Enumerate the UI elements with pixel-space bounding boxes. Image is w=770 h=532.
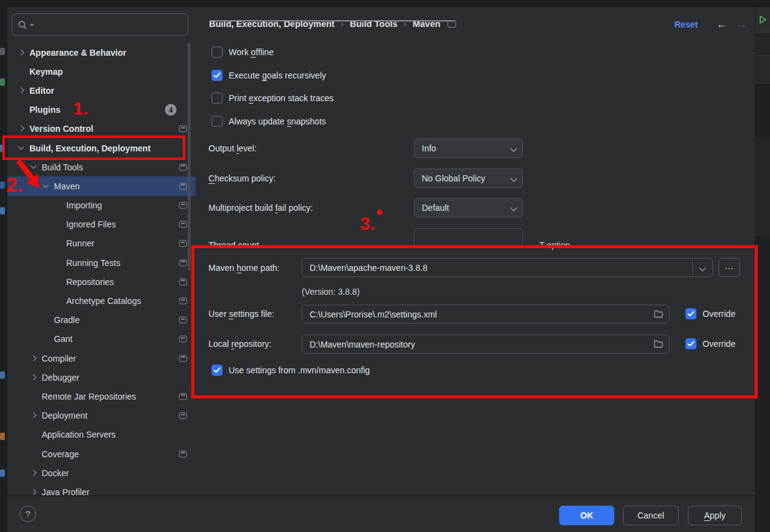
option-checkbox[interactable] [212, 93, 223, 104]
chevron-icon[interactable] [15, 104, 28, 116]
option-checkbox-row[interactable]: Always update snapshots [212, 113, 326, 129]
option-checkbox[interactable] [212, 70, 223, 81]
maven-config-checkbox-row[interactable]: Use settings from .mvn/maven.config [212, 362, 370, 378]
clipped-icon [0, 469, 5, 477]
policy-select[interactable]: Default [414, 198, 523, 218]
user-settings-override[interactable]: Override [685, 308, 736, 319]
search-input[interactable] [36, 20, 183, 30]
sidebar-item[interactable]: Gradle [7, 311, 196, 330]
help-button[interactable]: ? [20, 506, 36, 522]
override-checkbox[interactable] [685, 308, 696, 319]
sidebar-item[interactable]: Java Profiler [7, 482, 196, 495]
apply-button[interactable]: Apply [688, 506, 742, 525]
sidebar-item[interactable]: Coverage [7, 444, 196, 463]
sidebar-scrollbar[interactable] [188, 43, 191, 271]
chevron-icon[interactable] [40, 333, 52, 345]
option-checkbox-row[interactable]: Execute goals recursively [212, 67, 326, 83]
chevron-icon[interactable] [40, 180, 52, 192]
sidebar-item[interactable]: Build, Execution, Deployment [7, 139, 196, 158]
thread-count-input[interactable] [414, 228, 523, 248]
option-checkbox-label: Print exception stack traces [229, 93, 334, 103]
sidebar-item[interactable]: Plugins 4 [7, 101, 196, 120]
maven-home-combobox[interactable]: D:\Maven\apache-maven-3.8.8 [302, 258, 713, 277]
cancel-button[interactable]: Cancel [623, 506, 679, 525]
sidebar-item[interactable]: Editor [7, 81, 196, 100]
sidebar-item[interactable]: Archetype Catalogs [7, 291, 196, 310]
settings-search-box[interactable] [12, 13, 188, 36]
policy-select[interactable]: Info [414, 139, 523, 158]
sidebar-item-label: Gradle [54, 315, 80, 325]
option-checkbox[interactable] [212, 47, 223, 58]
maven-config-checkbox[interactable] [212, 365, 223, 376]
sidebar-item[interactable]: Repositories [7, 272, 196, 291]
chevron-icon[interactable] [28, 448, 40, 460]
policy-select[interactable]: No Global Policy [414, 169, 523, 188]
folder-icon[interactable] [654, 340, 663, 348]
chevron-icon[interactable] [28, 409, 40, 422]
option-checkbox-row[interactable]: Work offline [212, 44, 273, 60]
chevron-icon[interactable] [28, 371, 40, 384]
chevron-icon[interactable] [15, 66, 28, 78]
chevron-down-icon [510, 175, 517, 181]
inplace-settings-icon [179, 393, 187, 400]
ok-button[interactable]: OK [559, 506, 614, 525]
inplace-settings-icon [179, 221, 187, 228]
override-checkbox[interactable] [685, 338, 696, 349]
option-checkbox-row[interactable]: Print exception stack traces [212, 90, 334, 106]
sidebar-item[interactable]: Keymap [7, 62, 196, 81]
sidebar-item[interactable]: Build Tools [7, 158, 196, 177]
chevron-icon[interactable] [52, 295, 64, 307]
sidebar-item-label: Version Control [29, 124, 93, 134]
chevron-icon[interactable] [28, 352, 40, 365]
chevron-icon[interactable] [15, 142, 28, 154]
sidebar-item[interactable]: Docker [7, 463, 196, 482]
sidebar-item[interactable]: Compiler [7, 349, 196, 368]
breadcrumb: Build, Execution, Deployment › Build Too… [209, 19, 456, 29]
checkmark-icon [687, 311, 695, 317]
sidebar-item[interactable]: Ignored Files [7, 215, 196, 234]
local-repository-value[interactable]: D:\Maven\maven-repository [302, 340, 422, 349]
chevron-icon[interactable] [28, 428, 40, 441]
user-settings-value[interactable]: C:\Users\Prorise\.m2\settings.xml [302, 310, 444, 319]
chevron-icon[interactable] [52, 218, 64, 230]
sidebar-item[interactable]: Maven [7, 177, 196, 196]
forward-arrow-icon[interactable]: → [736, 18, 747, 31]
chevron-icon[interactable] [28, 486, 40, 495]
chevron-icon[interactable] [15, 123, 28, 135]
browse-maven-home-button[interactable]: ... [719, 258, 740, 277]
chevron-icon[interactable] [15, 47, 28, 59]
chevron-icon[interactable] [52, 276, 64, 288]
local-repository-override[interactable]: Override [685, 338, 736, 349]
search-options-chevron-icon[interactable] [29, 23, 34, 28]
local-repository-field[interactable]: D:\Maven\maven-repository [302, 335, 669, 354]
override-label: Override [703, 309, 736, 319]
chevron-icon[interactable] [15, 85, 28, 97]
maven-version-note: (Version: 3.8.8) [302, 287, 360, 297]
chevron-icon[interactable] [40, 314, 52, 326]
sidebar-item[interactable]: Runner [7, 234, 196, 253]
chevron-down-icon[interactable] [693, 259, 712, 276]
sidebar-item[interactable]: Remote Jar Repositories [7, 387, 196, 406]
chevron-icon[interactable] [28, 467, 40, 479]
run-icon[interactable] [758, 15, 768, 25]
option-checkbox[interactable] [212, 116, 223, 127]
sidebar-item[interactable]: Deployment [7, 406, 196, 425]
folder-icon[interactable] [654, 310, 663, 318]
sidebar-item[interactable]: Version Control [7, 120, 196, 139]
sidebar-item[interactable]: Debugger [7, 368, 196, 387]
user-settings-field[interactable]: C:\Users\Prorise\.m2\settings.xml [302, 305, 669, 324]
chevron-icon[interactable] [52, 257, 64, 269]
chevron-icon[interactable] [28, 161, 40, 173]
back-arrow-icon[interactable]: ← [716, 18, 728, 31]
chevron-icon[interactable] [52, 199, 64, 211]
sidebar-item[interactable]: Appearance & Behavior [7, 43, 196, 62]
sidebar-item[interactable]: Running Tests [7, 253, 196, 272]
run-button-cell[interactable] [755, 7, 770, 32]
chevron-icon[interactable] [52, 237, 64, 249]
reset-link[interactable]: Reset [674, 20, 698, 29]
chevron-icon[interactable] [28, 390, 40, 403]
sidebar-item[interactable]: Gant [7, 330, 196, 349]
maven-home-value[interactable]: D:\Maven\apache-maven-3.8.8 [302, 263, 692, 273]
sidebar-item[interactable]: Importing [7, 196, 196, 215]
sidebar-item[interactable]: Application Servers [7, 425, 196, 444]
